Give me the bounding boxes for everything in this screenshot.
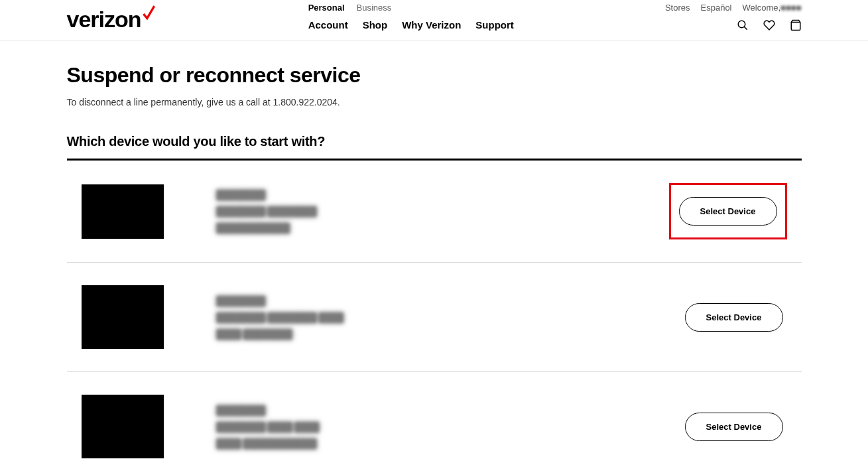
select-device-wrap: Select Device: [681, 299, 787, 336]
link-stores[interactable]: Stores: [665, 3, 690, 13]
logo-check-icon: [140, 5, 157, 27]
device-model: ████████ ████ ████: [217, 422, 628, 432]
heart-icon[interactable]: [763, 19, 775, 31]
link-welcome[interactable]: Welcome,■■■■: [743, 3, 802, 13]
tab-business[interactable]: Business: [357, 3, 392, 13]
device-info: ████████ ████████ ████ ████ ████ ███████…: [217, 405, 628, 448]
device-details: ████████████: [217, 223, 616, 233]
device-thumbnail: [82, 184, 164, 239]
device-row: ████████ ████████ ████ ████ ████ ███████…: [67, 372, 802, 461]
device-line-number: ████████: [217, 190, 616, 200]
device-list: ████████ ████████ ████████ ████████████ …: [67, 161, 802, 461]
device-details: ████ ████████████: [217, 438, 628, 448]
nav-account[interactable]: Account: [308, 19, 348, 31]
page-subtitle: To disconnect a line permanently, give u…: [67, 97, 802, 107]
nav-support[interactable]: Support: [475, 19, 514, 31]
svg-point-0: [738, 21, 745, 28]
device-thumbnail: [82, 285, 164, 349]
device-model: ████████ ████████: [217, 206, 616, 216]
section-question: Which device would you like to start wit…: [67, 134, 802, 161]
device-thumbnail: [82, 395, 164, 458]
device-info: ████████ ████████ ████████ ████████████: [217, 190, 616, 233]
device-details: ████ ████████: [217, 329, 628, 339]
search-icon[interactable]: [737, 19, 749, 31]
select-device-wrap: Select Device: [681, 409, 787, 445]
tab-personal[interactable]: Personal: [308, 3, 345, 13]
link-espanol[interactable]: Español: [701, 3, 732, 13]
logo-text: verizon: [67, 7, 141, 33]
cart-icon[interactable]: [790, 19, 802, 31]
svg-line-1: [744, 27, 747, 30]
page-title: Suspend or reconnect service: [67, 63, 802, 88]
welcome-username: ■■■■: [780, 3, 801, 13]
nav-why-verizon[interactable]: Why Verizon: [402, 19, 461, 31]
logo[interactable]: verizon: [67, 0, 157, 33]
select-device-button[interactable]: Select Device: [685, 303, 783, 332]
device-line-number: ████████: [217, 405, 628, 415]
welcome-prefix: Welcome,: [743, 3, 781, 13]
device-row: ████████ ████████ ████████ ████ ████ ███…: [67, 263, 802, 372]
device-model: ████████ ████████ ████: [217, 312, 628, 322]
nav-shop[interactable]: Shop: [363, 19, 388, 31]
select-device-button[interactable]: Select Device: [685, 413, 783, 441]
device-line-number: ████████: [217, 296, 628, 306]
device-info: ████████ ████████ ████████ ████ ████ ███…: [217, 296, 628, 339]
select-device-highlight: Select Device: [669, 183, 787, 239]
device-row: ████████ ████████ ████████ ████████████ …: [67, 161, 802, 263]
select-device-button[interactable]: Select Device: [679, 197, 777, 226]
